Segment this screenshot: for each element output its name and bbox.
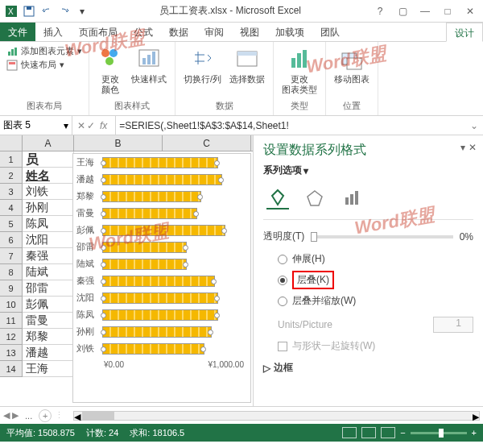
- name-box[interactable]: ▾: [0, 116, 72, 135]
- chart-bar[interactable]: [102, 259, 187, 270]
- row-header[interactable]: 12: [0, 329, 23, 345]
- formula-input[interactable]: [116, 120, 465, 131]
- help-icon[interactable]: ?: [370, 3, 390, 19]
- row-header[interactable]: 7: [0, 248, 23, 264]
- tab-review[interactable]: 审阅: [196, 23, 232, 41]
- add-chart-element-button[interactable]: 添加图表元素 ▾: [6, 45, 82, 57]
- radio-stack[interactable]: 层叠(K): [278, 268, 473, 292]
- undo-icon[interactable]: [39, 3, 55, 19]
- sheet-nav[interactable]: ◀ ▶: [3, 410, 19, 421]
- effects-icon[interactable]: [303, 187, 326, 209]
- pane-dropdown-icon[interactable]: ▾: [460, 142, 465, 153]
- row-header[interactable]: 14: [0, 361, 23, 377]
- expand-formula-icon[interactable]: ⌄: [465, 120, 483, 131]
- cell[interactable]: 姓名: [23, 168, 74, 184]
- quick-styles-button[interactable]: 快速样式: [130, 45, 168, 86]
- cell[interactable]: 秦强: [23, 248, 74, 264]
- rotate-with-shape-checkbox[interactable]: 与形状一起旋转(W): [263, 336, 473, 356]
- horizontal-scrollbar[interactable]: ◀▶: [73, 411, 480, 421]
- cell[interactable]: 郑黎: [23, 329, 74, 345]
- row-header[interactable]: 4: [0, 200, 23, 216]
- chart-bar-row[interactable]: 孙刚: [73, 323, 250, 340]
- chart-bar[interactable]: [102, 326, 212, 338]
- chart-bar-row[interactable]: 沈阳: [73, 289, 250, 306]
- enter-icon[interactable]: ✓: [87, 120, 95, 131]
- zoom-slider[interactable]: [411, 432, 467, 434]
- quick-layout-button[interactable]: 快速布局 ▾: [6, 59, 82, 71]
- save-icon[interactable]: [21, 3, 37, 19]
- chart-bar[interactable]: [102, 174, 222, 185]
- fill-line-icon[interactable]: [266, 187, 289, 209]
- cell[interactable]: 沈阳: [23, 232, 74, 248]
- switch-row-col-button[interactable]: 切换行/列: [182, 45, 223, 86]
- chart-bar-row[interactable]: 郑黎: [73, 188, 250, 205]
- move-chart-button[interactable]: 移动图表: [332, 45, 371, 86]
- tab-view[interactable]: 视图: [232, 23, 267, 41]
- chart-bar[interactable]: [102, 208, 197, 219]
- tab-design[interactable]: 设计: [446, 23, 483, 42]
- select-all-corner[interactable]: [0, 135, 23, 151]
- chart-bar-row[interactable]: 秦强: [73, 272, 250, 289]
- chart-bar[interactable]: [102, 309, 218, 321]
- cell[interactable]: 雷曼: [23, 313, 74, 329]
- cell[interactable]: 陈凤: [23, 216, 74, 232]
- chart-bar-row[interactable]: 彭佩: [73, 222, 250, 239]
- tab-page-layout[interactable]: 页面布局: [71, 23, 126, 41]
- excel-icon[interactable]: X: [3, 3, 19, 19]
- name-box-input[interactable]: [3, 120, 64, 131]
- pane-close-icon[interactable]: ✕: [469, 142, 477, 153]
- tab-formulas[interactable]: 公式: [126, 23, 161, 41]
- row-header[interactable]: 9: [0, 280, 23, 297]
- add-sheet-button[interactable]: +: [39, 409, 52, 422]
- col-header-b[interactable]: B: [74, 135, 163, 151]
- close-icon[interactable]: ✕: [460, 3, 480, 19]
- chart-bar[interactable]: [102, 157, 218, 168]
- zoom-out-button[interactable]: −: [400, 428, 405, 438]
- transparency-slider[interactable]: [311, 235, 452, 239]
- sheet-tab-more[interactable]: ...: [22, 411, 35, 421]
- chart-bar-row[interactable]: 潘越: [73, 171, 250, 188]
- radio-stack-scale[interactable]: 层叠并缩放(W): [278, 292, 473, 310]
- change-chart-type-button[interactable]: 更改 图表类型: [280, 45, 319, 97]
- view-page-layout-icon[interactable]: [361, 427, 376, 438]
- tab-data[interactable]: 数据: [161, 23, 196, 41]
- select-data-button[interactable]: 选择数据: [228, 45, 266, 86]
- chart-bar[interactable]: [102, 242, 187, 253]
- row-header[interactable]: 6: [0, 232, 23, 248]
- row-header[interactable]: 13: [0, 345, 23, 361]
- units-input[interactable]: 1: [433, 317, 473, 333]
- row-header[interactable]: 8: [0, 264, 23, 280]
- zoom-in-button[interactable]: +: [472, 428, 477, 438]
- view-normal-icon[interactable]: [342, 427, 357, 438]
- chart-bar[interactable]: [102, 343, 204, 355]
- cell[interactable]: 员: [23, 151, 74, 168]
- ribbon-options-icon[interactable]: ▢: [393, 3, 412, 19]
- row-header[interactable]: 3: [0, 184, 23, 200]
- cancel-icon[interactable]: ✕: [77, 120, 85, 131]
- redo-icon[interactable]: [56, 3, 72, 19]
- row-header[interactable]: 10: [0, 297, 23, 313]
- cell[interactable]: 孙刚: [23, 200, 74, 216]
- cell[interactable]: 潘越: [23, 345, 74, 361]
- chart-bar[interactable]: [102, 191, 201, 202]
- chart-bar-row[interactable]: 陈凤: [73, 306, 250, 323]
- view-page-break-icon[interactable]: [381, 427, 395, 438]
- row-header[interactable]: 2: [0, 168, 23, 184]
- col-header-a[interactable]: A: [23, 135, 74, 151]
- chart-bar-row[interactable]: 陆斌: [73, 255, 250, 272]
- tab-insert[interactable]: 插入: [35, 23, 71, 41]
- cell[interactable]: 刘铁: [23, 184, 74, 200]
- row-header[interactable]: 11: [0, 313, 23, 329]
- tab-addins[interactable]: 加载项: [267, 23, 312, 41]
- series-options-icon[interactable]: [341, 187, 363, 209]
- cell[interactable]: 王海: [23, 361, 74, 377]
- tab-team[interactable]: 团队: [312, 23, 348, 41]
- col-header-c[interactable]: C: [163, 135, 251, 151]
- cell[interactable]: 陆斌: [23, 264, 74, 280]
- cell[interactable]: 邵雷: [23, 280, 74, 297]
- row-header[interactable]: 1: [0, 151, 23, 168]
- fx-icon[interactable]: fx: [97, 120, 110, 131]
- qat-dropdown-icon[interactable]: ▾: [74, 3, 90, 19]
- chart[interactable]: 王海潘越郑黎雷曼彭佩邵雷陆斌秦强沈阳陈凤孙刚刘铁 ¥0.00 ¥1,000.00: [72, 153, 251, 403]
- chart-bar[interactable]: [102, 225, 225, 236]
